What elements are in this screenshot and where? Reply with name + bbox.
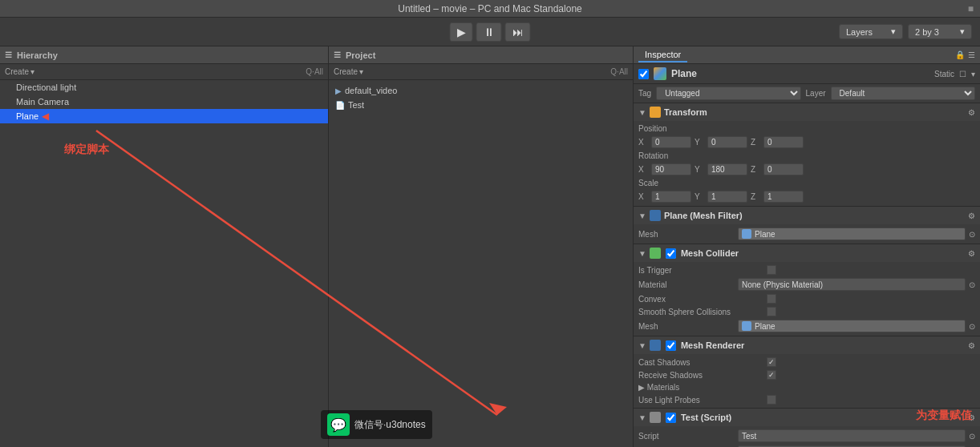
smooth-sphere-checkbox[interactable] bbox=[767, 307, 776, 316]
step-button[interactable]: ⏭ bbox=[505, 22, 531, 42]
transform-icon bbox=[650, 107, 661, 118]
mesh-collider-settings-icon[interactable]: ⚙ bbox=[968, 249, 975, 258]
transform-settings-icon[interactable]: ⚙ bbox=[968, 108, 975, 117]
position-y-input[interactable] bbox=[707, 136, 747, 148]
hierarchy-toolbar: Create ▾ Q·All bbox=[0, 64, 328, 80]
toolbar: ▶ ⏸ ⏭ Layers 2 by 3 bbox=[0, 18, 980, 46]
object-active-checkbox[interactable] bbox=[638, 69, 649, 79]
inspector-lock-icon[interactable]: 🔒 bbox=[955, 50, 965, 59]
toolbar-right: Layers 2 by 3 bbox=[839, 24, 972, 39]
test-script-header[interactable]: ▼ Test (Script) ⚙ bbox=[634, 409, 980, 426]
component-mesh-renderer: ▼ Mesh Renderer ⚙ Cast Shadows Receive S… bbox=[634, 336, 980, 409]
rotation-z-input[interactable] bbox=[763, 163, 804, 175]
project-item-default-video[interactable]: ▶ default_video bbox=[329, 83, 633, 98]
project-search: Q·All bbox=[610, 67, 628, 76]
mesh-renderer-settings-icon[interactable]: ⚙ bbox=[968, 341, 975, 350]
mesh-filter-body: Mesh Plane ⊙ bbox=[634, 224, 980, 244]
test-script-collapse-icon[interactable]: ▼ bbox=[638, 413, 646, 422]
component-transform: ▼ Transform ⚙ Position X Y Z bbox=[634, 103, 980, 207]
test-script-settings-icon[interactable]: ⚙ bbox=[968, 413, 975, 422]
mesh-collider-enabled-checkbox[interactable] bbox=[666, 248, 676, 259]
script-pick-btn[interactable]: ⊙ bbox=[969, 432, 975, 441]
scale-x-input[interactable] bbox=[651, 191, 691, 203]
script-icon: 📄 bbox=[335, 101, 345, 110]
transform-body: Position X Y Z Rotation X Y bbox=[634, 121, 980, 206]
layout-dropdown[interactable]: 2 by 3 bbox=[908, 24, 972, 39]
test-script-icon bbox=[650, 412, 661, 423]
position-x-input[interactable] bbox=[651, 136, 691, 148]
collider-mesh-value: Plane bbox=[755, 322, 775, 331]
scale-z-input[interactable] bbox=[763, 191, 804, 203]
titlebar: Untitled – movie – PC and Mac Standalone… bbox=[0, 0, 980, 18]
convex-label: Convex bbox=[638, 295, 767, 304]
hierarchy-create-button[interactable]: Create ▾ bbox=[5, 67, 34, 76]
collider-material-pick-btn[interactable]: ⊙ bbox=[969, 280, 975, 289]
convex-row: Convex bbox=[634, 292, 980, 305]
mesh-filter-mesh-label: Mesh bbox=[638, 230, 735, 239]
scale-y-input[interactable] bbox=[707, 191, 747, 203]
mesh-collider-collapse-icon[interactable]: ▼ bbox=[638, 249, 646, 258]
pause-button[interactable]: ⏸ bbox=[476, 22, 502, 42]
receive-shadows-label: Receive Shadows bbox=[638, 371, 767, 380]
position-z-input[interactable] bbox=[763, 136, 804, 148]
layer-dropdown[interactable]: Default bbox=[831, 87, 975, 100]
mesh-filter-pick-btn[interactable]: ⊙ bbox=[969, 230, 975, 239]
mesh-filter-header[interactable]: ▼ Plane (Mesh Filter) ⚙ bbox=[634, 207, 980, 224]
position-label: Position bbox=[634, 123, 980, 135]
transform-actions: ⚙ bbox=[968, 108, 975, 117]
mesh-filter-settings-icon[interactable]: ⚙ bbox=[968, 211, 975, 220]
hierarchy-item-directional-light[interactable]: Directional light bbox=[0, 80, 328, 95]
position-xyz: X Y Z bbox=[634, 135, 980, 150]
test-script-actions: ⚙ bbox=[968, 413, 975, 422]
mesh-renderer-collapse-icon[interactable]: ▼ bbox=[638, 341, 646, 350]
cast-shadows-checkbox[interactable] bbox=[767, 357, 776, 367]
object-header: Plane Static ☐ ▾ bbox=[634, 64, 980, 84]
mesh-renderer-header[interactable]: ▼ Mesh Renderer ⚙ bbox=[634, 336, 980, 354]
cast-shadows-label: Cast Shadows bbox=[638, 358, 767, 367]
is-trigger-label: Is Trigger bbox=[638, 266, 767, 275]
tag-dropdown[interactable]: Untagged bbox=[656, 87, 800, 100]
mesh-renderer-icon bbox=[650, 340, 661, 351]
layers-dropdown[interactable]: Layers bbox=[839, 24, 903, 39]
hierarchy-list: Directional light Main Camera Plane ◀ bbox=[0, 80, 328, 447]
hierarchy-header: ☰ Hierarchy bbox=[0, 46, 328, 64]
mesh-filter-collapse-icon[interactable]: ▼ bbox=[638, 211, 646, 220]
layer-label: Layer bbox=[806, 89, 826, 98]
component-mesh-collider: ▼ Mesh Collider ⚙ Is Trigger Material bbox=[634, 244, 980, 336]
inspector-panel: Inspector 🔒 ☰ Plane Static ☐ ▾ Tag Untag bbox=[634, 46, 980, 447]
is-trigger-checkbox[interactable] bbox=[767, 265, 776, 275]
mov-texture-row: Mov Texture default_video ⊙ bbox=[634, 444, 980, 447]
receive-shadows-checkbox[interactable] bbox=[767, 370, 776, 380]
hierarchy-item-main-camera[interactable]: Main Camera bbox=[0, 95, 328, 109]
use-light-probes-checkbox[interactable] bbox=[767, 395, 776, 405]
hierarchy-item-plane[interactable]: Plane ◀ bbox=[0, 109, 328, 123]
static-label: Static bbox=[934, 70, 954, 79]
rotation-y-input[interactable] bbox=[707, 163, 747, 175]
convex-checkbox[interactable] bbox=[767, 294, 776, 304]
collider-mesh-pick-btn[interactable]: ⊙ bbox=[969, 322, 975, 331]
use-light-probes-label: Use Light Probes bbox=[638, 396, 767, 405]
test-script-enabled-checkbox[interactable] bbox=[666, 413, 676, 423]
project-item-test[interactable]: 📄 Test bbox=[329, 98, 633, 112]
transform-collapse-icon[interactable]: ▼ bbox=[638, 108, 646, 117]
mesh-filter-mesh-row: Mesh Plane ⊙ bbox=[634, 226, 980, 242]
static-dropdown-icon[interactable]: ▾ bbox=[971, 70, 975, 79]
collider-mesh-icon bbox=[742, 321, 751, 331]
plane-arrow: ◀ bbox=[42, 111, 49, 122]
mesh-renderer-enabled-checkbox[interactable] bbox=[666, 340, 676, 351]
inspector-tab[interactable]: Inspector bbox=[638, 48, 687, 62]
inspector-menu-icon[interactable]: ☰ bbox=[968, 50, 975, 59]
rotation-x-input[interactable] bbox=[651, 163, 691, 175]
script-row: Script Test ⊙ bbox=[634, 428, 980, 444]
script-field-value: Test bbox=[742, 432, 756, 441]
mesh-collider-header[interactable]: ▼ Mesh Collider ⚙ bbox=[634, 244, 980, 262]
static-checkbox[interactable]: ☐ bbox=[959, 70, 966, 79]
project-create-button[interactable]: Create ▾ bbox=[334, 67, 363, 76]
play-button[interactable]: ▶ bbox=[450, 22, 473, 42]
collider-mesh-row: Mesh Plane ⊙ bbox=[634, 318, 980, 334]
mesh-filter-icon bbox=[650, 210, 661, 221]
close-icon[interactable]: ■ bbox=[968, 3, 974, 14]
materials-expand-icon[interactable]: ▶ bbox=[638, 383, 645, 392]
object-name[interactable]: Plane bbox=[671, 68, 929, 79]
component-transform-header[interactable]: ▼ Transform ⚙ bbox=[634, 103, 980, 121]
